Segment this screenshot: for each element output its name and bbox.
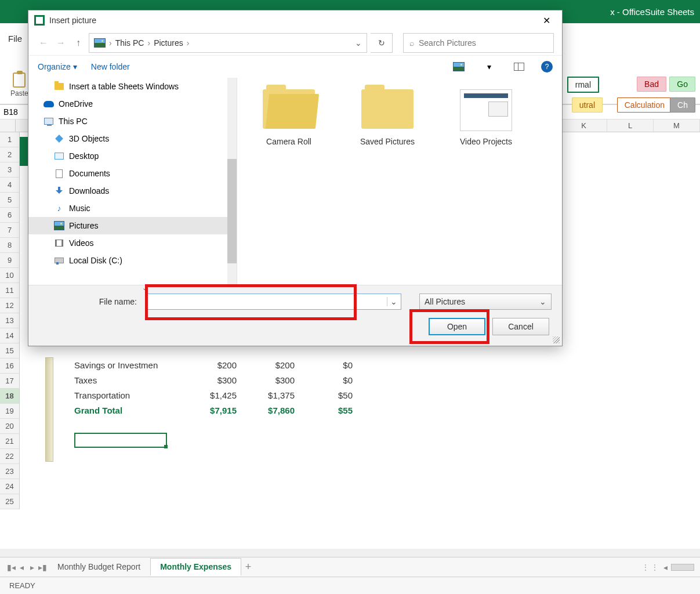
row-header[interactable]: 14: [0, 328, 20, 343]
row-header[interactable]: 4: [0, 178, 20, 193]
cell[interactable]: $7,860: [248, 405, 306, 415]
close-button[interactable]: ✕: [536, 12, 556, 28]
col-header[interactable]: K: [561, 119, 607, 132]
nav-up-button[interactable]: ↑: [71, 38, 85, 48]
row-header[interactable]: 10: [0, 268, 20, 283]
col-header[interactable]: L: [607, 119, 654, 132]
tab-nav-first[interactable]: ▮◂: [6, 563, 16, 572]
folder-tree[interactable]: Insert a table Sheets WindowsOneDriveThi…: [28, 78, 237, 285]
search-input[interactable]: [419, 38, 547, 48]
row-header[interactable]: 16: [0, 358, 20, 374]
cell[interactable]: $200: [190, 360, 248, 370]
style-neutral[interactable]: utral: [572, 97, 603, 113]
preview-pane-button[interactable]: [511, 60, 527, 74]
nav-forward-button[interactable]: →: [54, 38, 68, 48]
row-header[interactable]: 20: [0, 419, 20, 434]
cell[interactable]: $0: [306, 360, 364, 370]
row-header[interactable]: 12: [0, 298, 20, 313]
tree-item[interactable]: This PC: [28, 113, 237, 130]
nav-back-button[interactable]: ←: [37, 38, 50, 48]
cell[interactable]: $55: [306, 405, 364, 415]
cell[interactable]: $300: [190, 375, 248, 385]
cell[interactable]: Taxes: [74, 375, 190, 385]
cell[interactable]: Grand Total: [74, 405, 190, 415]
breadcrumb-dropdown[interactable]: ⌄: [355, 38, 362, 48]
cell[interactable]: Transportation: [74, 390, 190, 400]
style-calculation[interactable]: Calculation: [617, 97, 672, 113]
tab-nav-last[interactable]: ▸▮: [37, 563, 48, 572]
row-header[interactable]: 17: [0, 374, 20, 389]
paste-button[interactable]: Paste: [10, 73, 28, 97]
hscroll-left-arrow[interactable]: ◂: [663, 563, 668, 572]
row-header[interactable]: 21: [0, 434, 20, 449]
sheet-tab[interactable]: Monthly Budget Report: [48, 558, 150, 576]
file-item[interactable]: Video Projects: [448, 89, 524, 146]
style-check[interactable]: Ch: [670, 97, 695, 113]
breadcrumb-bar[interactable]: › This PC › Pictures › ⌄: [89, 33, 367, 53]
row-header[interactable]: 9: [0, 253, 20, 268]
tree-item[interactable]: Videos: [28, 234, 237, 252]
row-header[interactable]: 1: [0, 132, 20, 147]
file-item[interactable]: Camera Roll: [251, 89, 327, 146]
resize-grip[interactable]: [553, 336, 560, 343]
row-header[interactable]: 24: [0, 479, 20, 494]
file-item[interactable]: Saved Pictures: [350, 89, 425, 146]
tree-item[interactable]: Pictures: [28, 217, 237, 234]
cell[interactable]: $1,375: [248, 390, 306, 400]
tree-expand-chevron[interactable]: ⌄: [142, 284, 147, 345]
breadcrumb-item[interactable]: This PC: [115, 38, 144, 48]
style-bad[interactable]: Bad: [637, 77, 666, 92]
tree-item[interactable]: Downloads: [28, 182, 237, 200]
row-header[interactable]: 18: [0, 389, 20, 404]
hscroll-bar[interactable]: [671, 564, 694, 571]
file-type-filter[interactable]: All Pictures ⌄: [419, 294, 552, 310]
tree-item[interactable]: Insert a table Sheets Windows: [28, 78, 237, 95]
cell[interactable]: Savings or Investmen: [74, 360, 190, 370]
filename-dropdown[interactable]: ⌄: [387, 297, 401, 306]
tree-scroll-thumb[interactable]: [227, 159, 237, 263]
style-normal[interactable]: rmal: [567, 77, 599, 93]
search-box[interactable]: ⌕: [403, 33, 554, 53]
row-header[interactable]: 25: [0, 494, 20, 509]
row-header[interactable]: 7: [0, 223, 20, 238]
tree-item[interactable]: Desktop: [28, 147, 237, 165]
row-header[interactable]: 5: [0, 193, 20, 208]
organize-button[interactable]: Organize▾: [38, 62, 77, 71]
row-header[interactable]: 3: [0, 162, 20, 178]
select-all-corner[interactable]: [0, 119, 16, 132]
row-header[interactable]: 6: [0, 208, 20, 223]
filename-input-wrap[interactable]: ⌄: [146, 294, 401, 310]
cell[interactable]: $0: [306, 375, 364, 385]
cell[interactable]: $200: [248, 360, 306, 370]
open-button[interactable]: Open: [429, 318, 485, 335]
file-tab[interactable]: File: [8, 34, 22, 44]
row-header[interactable]: 8: [0, 238, 20, 253]
tree-item[interactable]: OneDrive: [28, 95, 237, 113]
help-button[interactable]: ?: [541, 61, 553, 73]
file-pane[interactable]: Camera RollSaved PicturesVideo Projects: [237, 78, 562, 285]
row-header[interactable]: 19: [0, 404, 20, 419]
add-sheet-button[interactable]: +: [241, 561, 255, 573]
row-header[interactable]: 22: [0, 449, 20, 464]
dialog-titlebar[interactable]: Insert picture ✕: [28, 10, 562, 30]
cancel-button[interactable]: Cancel: [492, 318, 549, 335]
refresh-button[interactable]: ↻: [371, 33, 393, 53]
filename-input[interactable]: [147, 297, 387, 306]
row-header[interactable]: 13: [0, 313, 20, 328]
row-header[interactable]: 11: [0, 283, 20, 298]
cell[interactable]: $50: [306, 390, 364, 400]
tab-nav-next[interactable]: ▸: [27, 563, 37, 572]
sheet-tab[interactable]: Monthly Expenses: [150, 558, 241, 576]
new-folder-button[interactable]: New folder: [91, 62, 130, 71]
cell[interactable]: $7,915: [190, 405, 248, 415]
tree-item[interactable]: ♪Music: [28, 200, 237, 217]
tree-item[interactable]: 3D Objects: [28, 130, 237, 147]
style-good[interactable]: Go: [669, 77, 695, 92]
tree-item[interactable]: Local Disk (C:): [28, 252, 237, 269]
view-mode-button[interactable]: [451, 60, 467, 74]
col-header[interactable]: M: [654, 119, 700, 132]
selected-cell[interactable]: [74, 433, 167, 448]
cell[interactable]: $300: [248, 375, 306, 385]
row-header[interactable]: 23: [0, 464, 20, 479]
row-header[interactable]: 15: [0, 343, 20, 358]
